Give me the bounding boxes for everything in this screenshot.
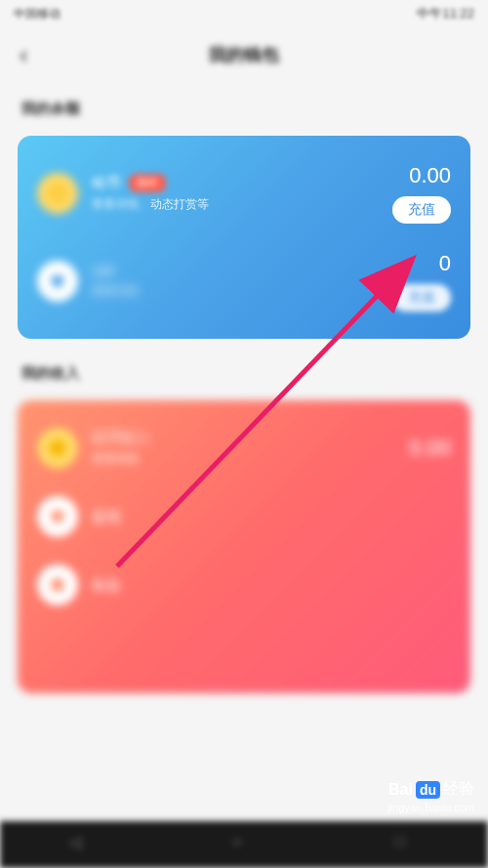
balance-row-content: 哈币 限时 查看详情、动态打赏等 bbox=[92, 174, 373, 213]
income-value: 0.00 bbox=[409, 435, 451, 461]
section-income-title: 我的收入 bbox=[0, 347, 488, 393]
svg-point-2 bbox=[50, 440, 66, 457]
earnings-icon bbox=[37, 564, 78, 605]
section-balance-title: 我的余额 bbox=[0, 82, 488, 128]
balance-row-coin[interactable]: 哈币 限时 查看详情、动态打赏等 0.00 充值 bbox=[37, 153, 451, 233]
recharge-button[interactable]: 充值 bbox=[392, 196, 451, 224]
income-row-content: 哈币收入 查看明细 bbox=[92, 429, 373, 468]
coin-badge: 限时 bbox=[129, 174, 166, 192]
page-title: 我的钱包 bbox=[209, 43, 279, 66]
nav-back-icon[interactable]: ◁ bbox=[69, 833, 93, 856]
income-coin-icon bbox=[37, 428, 78, 469]
income-right: 0.00 bbox=[373, 435, 451, 461]
income-row-3[interactable]: 收益 bbox=[37, 555, 451, 615]
carrier-label: 中国移动 bbox=[14, 6, 61, 22]
svg-point-1 bbox=[53, 188, 63, 199]
income-desc: 查看明细 bbox=[92, 451, 373, 468]
svg-point-3 bbox=[51, 578, 63, 591]
withdraw-content: 提现 bbox=[92, 508, 451, 526]
watermark-du: du bbox=[416, 781, 440, 799]
coin-desc: 查看详情、动态打赏等 bbox=[92, 196, 373, 213]
vip-value: 0 bbox=[439, 251, 451, 276]
balance-row-vip[interactable]: VIP 查看详情 0 充值 bbox=[37, 241, 451, 321]
vip-title: VIP bbox=[92, 263, 115, 279]
vip-desc: 查看详情 bbox=[92, 283, 373, 300]
status-time: 中午11:22 bbox=[417, 5, 474, 22]
earnings-content: 收益 bbox=[92, 576, 451, 595]
nav-home-icon[interactable]: ○ bbox=[232, 833, 256, 856]
status-right: 中午11:22 bbox=[417, 5, 474, 22]
coin-icon bbox=[37, 173, 78, 214]
watermark-url: jingyan.baidu.com bbox=[387, 802, 474, 813]
bottom-nav: ◁ ○ □ bbox=[0, 821, 488, 868]
income-card: 哈币收入 查看明细 0.00 提现 收益 bbox=[18, 400, 470, 693]
coin-right: 0.00 充值 bbox=[373, 163, 451, 224]
watermark-jingyan: 经验 bbox=[443, 779, 474, 800]
status-bar: 中国移动 中午11:22 bbox=[0, 0, 488, 27]
earnings-title: 收益 bbox=[92, 576, 121, 593]
balance-card: 哈币 限时 查看详情、动态打赏等 0.00 充值 VIP 查看详情 0 充值 bbox=[18, 136, 470, 339]
vip-row-content: VIP 查看详情 bbox=[92, 263, 373, 300]
vip-recharge-button[interactable]: 充值 bbox=[392, 284, 451, 311]
income-title: 哈币收入 bbox=[92, 429, 150, 447]
nav-recent-icon[interactable]: □ bbox=[395, 833, 419, 856]
vip-right: 0 充值 bbox=[373, 251, 451, 311]
withdraw-title: 提现 bbox=[92, 508, 121, 524]
withdraw-icon bbox=[37, 496, 78, 537]
watermark: Bai du 经验 jingyan.baidu.com bbox=[387, 779, 474, 813]
coin-title: 哈币 bbox=[92, 174, 121, 192]
coin-value: 0.00 bbox=[409, 163, 451, 188]
back-icon[interactable]: ‹ bbox=[20, 40, 28, 70]
income-row-2[interactable]: 提现 bbox=[37, 486, 451, 547]
watermark-bai: Bai bbox=[388, 781, 413, 799]
watermark-logo: Bai du 经验 bbox=[388, 779, 474, 800]
nav-bar: ‹ 我的钱包 bbox=[0, 27, 488, 82]
heart-icon bbox=[37, 261, 78, 302]
income-row-1[interactable]: 哈币收入 查看明细 0.00 bbox=[37, 418, 451, 478]
